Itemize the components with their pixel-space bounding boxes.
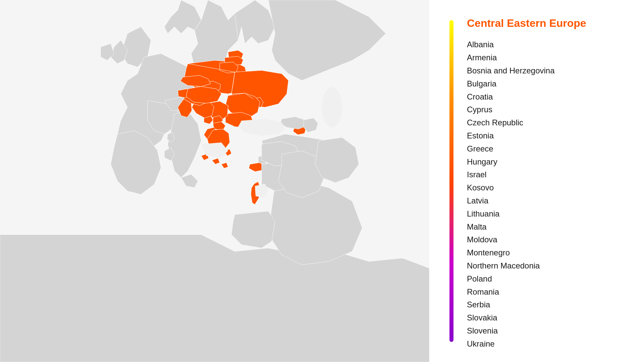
list-item: Greece — [467, 143, 586, 155]
list-item: Czech Republic — [467, 117, 586, 129]
list-item: Romania — [467, 286, 586, 298]
list-item: Serbia — [467, 299, 586, 311]
list-item: Ukraine — [467, 338, 586, 350]
list-item: Malta — [467, 221, 586, 233]
list-item: Poland — [467, 273, 586, 285]
list-item: Kosovo — [467, 182, 586, 194]
region-title: Central Eastern Europe — [467, 17, 586, 29]
gradient-bar — [449, 20, 453, 342]
country-list-section: Central Eastern Europe AlbaniaArmeniaBos… — [467, 17, 586, 345]
list-item: Hungary — [467, 156, 586, 168]
caspian-sea — [322, 87, 342, 127]
list-item: Slovenia — [467, 325, 586, 337]
country-list: AlbaniaArmeniaBosnia and HerzegovinaBulg… — [467, 39, 586, 350]
list-item: Montenegro — [467, 247, 586, 259]
map-container — [0, 0, 429, 362]
list-item: Armenia — [467, 52, 586, 64]
list-item: Bulgaria — [467, 78, 586, 90]
list-item: Cyprus — [467, 104, 586, 116]
list-item: Albania — [467, 39, 586, 51]
list-item: Moldova — [467, 234, 586, 246]
list-item: Bosnia and Herzegovina — [467, 65, 586, 77]
list-item: Lithuania — [467, 208, 586, 220]
list-item: Northern Macedonia — [467, 260, 586, 272]
list-item: Israel — [467, 169, 586, 181]
right-panel: Central Eastern Europe AlbaniaArmeniaBos… — [429, 0, 644, 362]
list-item: Slovakia — [467, 312, 586, 324]
list-item: Estonia — [467, 130, 586, 142]
list-item: Latvia — [467, 195, 586, 207]
europe-map — [0, 0, 429, 362]
list-item: Croatia — [467, 91, 586, 103]
